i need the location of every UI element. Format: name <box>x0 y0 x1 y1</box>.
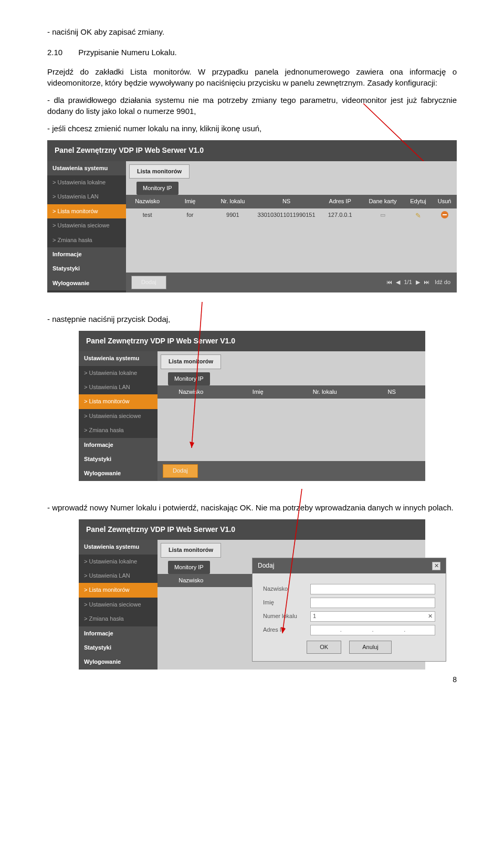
sidebar-item-statystyki[interactable]: Statystyki <box>47 262 126 276</box>
ok-button[interactable]: OK <box>307 641 341 654</box>
doc-middle: - następnie naciśnij przycisk Dodaj, <box>47 313 457 325</box>
pager-last-icon[interactable]: ⏭ <box>424 279 429 285</box>
sidebar-head-ustawienia[interactable]: Ustawienia systemu <box>47 161 126 175</box>
sidebar2-stat[interactable]: Statystyki <box>79 452 158 466</box>
th2-nrlokalu: Nr. lokalu <box>291 385 359 399</box>
anuluj-button[interactable]: Anuluj <box>349 641 392 654</box>
cell-edytuj[interactable]: ✎ <box>404 208 433 223</box>
sb3-head[interactable]: Ustawienia systemu <box>79 540 158 554</box>
th3-nazwisko: Nazwisko <box>158 574 225 587</box>
pencil-icon: ✎ <box>415 212 421 219</box>
svg-line-4 <box>282 489 302 633</box>
sidebar2-lokalne[interactable]: > Ustawienia lokalne <box>79 366 158 380</box>
sidebar: Ustawienia systemu > Ustawienia lokalne … <box>47 161 126 292</box>
chip-monitory-ip[interactable]: Monitory IP <box>136 182 178 195</box>
pager-goto[interactable]: Idź do <box>435 279 450 285</box>
bottom-bar: Dodaj ⏮ ◀ 1/1 ▶ ⏭ Idź do <box>126 273 457 292</box>
sb3-lista[interactable]: > Lista monitorów <box>79 583 158 597</box>
th-edytuj: Edytuj <box>404 195 433 208</box>
input-nazwisko[interactable] <box>310 584 435 594</box>
panel-title-2: Panel Zewnętrzny VDP IP Web Serwer V1.0 <box>79 331 425 352</box>
cell-adresip: 127.0.0.1 <box>319 208 361 223</box>
sidebar-item-lista-monitorow[interactable]: > Lista monitorów <box>47 204 126 218</box>
svg-line-2 <box>192 302 202 448</box>
sb3-sieciowe[interactable]: > Ustawienia sieciowe <box>79 598 158 612</box>
sb3-wylog[interactable]: Wylogowanie <box>79 655 158 669</box>
sidebar-item-informacje[interactable]: Informacje <box>47 247 126 262</box>
input-adres-ip[interactable]: ... <box>310 625 435 635</box>
dodaj-button[interactable]: Dodaj <box>131 276 166 289</box>
input-imie[interactable] <box>310 598 435 608</box>
table-row: test for 9901 330103011011990151 127.0.0… <box>126 208 457 223</box>
th-nazwisko: Nazwisko <box>126 195 169 208</box>
sidebar-3: Ustawienia systemu > Ustawienia lokalne … <box>79 540 158 670</box>
cell-usun[interactable] <box>432 208 457 223</box>
th2-ns: NS <box>359 385 426 399</box>
modal-title: Dodaj <box>258 561 274 570</box>
sidebar2-haslo[interactable]: > Zmiana hasła <box>79 423 158 437</box>
panel-title-3: Panel Zewnętrzny VDP IP Web Serwer V1.0 <box>79 519 425 540</box>
cell-nazwisko: test <box>126 208 169 223</box>
th-adresip: Adres IP <box>319 195 361 208</box>
sidebar2-lista[interactable]: > Lista monitorów <box>79 394 158 409</box>
sidebar-item-lan[interactable]: > Ustawienia LAN <box>47 190 126 204</box>
cell-imie: for <box>169 208 211 223</box>
input-numer-lokalu[interactable]: 1✕ <box>310 611 435 622</box>
th-imie: Imię <box>169 195 211 208</box>
pager-prev-icon[interactable]: ◀ <box>396 279 400 285</box>
section-number: 2.10 <box>47 47 76 58</box>
modal-close-icon[interactable]: ✕ <box>432 562 440 570</box>
th-danekarty: Dane karty <box>361 195 404 208</box>
table-header: Nazwisko Imię Nr. lokalu NS Adres IP Dan… <box>126 195 457 208</box>
pager-first-icon[interactable]: ⏮ <box>386 279 392 285</box>
chip3[interactable]: Monitory IP <box>168 561 210 574</box>
doc-para2: - wprowadź nowy Numer lokalu i potwierdź… <box>47 502 457 513</box>
sidebar-item-lokalne[interactable]: > Ustawienia lokalne <box>47 175 126 190</box>
screenshot-1: Panel Zewnętrzny VDP IP Web Serwer V1.0 … <box>47 140 457 292</box>
svg-marker-3 <box>190 442 194 448</box>
th-nrlokalu: Nr. lokalu <box>212 195 254 208</box>
section-title: Przypisanie Numeru Lokalu. <box>78 48 177 57</box>
sb3-haslo[interactable]: > Zmiana hasła <box>79 612 158 626</box>
pager-next-icon[interactable]: ▶ <box>416 279 420 285</box>
page-number: 8 <box>47 675 457 685</box>
delete-icon <box>441 211 448 218</box>
cell-nrlokalu: 9901 <box>212 208 254 223</box>
sb3-stat[interactable]: Statystyki <box>79 641 158 655</box>
screenshot-2: Panel Zewnętrzny VDP IP Web Serwer V1.0 … <box>79 331 425 481</box>
sidebar2-head[interactable]: Ustawienia systemu <box>79 351 158 365</box>
th2-imie: Imię <box>225 385 292 399</box>
th-ns: NS <box>254 195 319 208</box>
pager: ⏮ ◀ 1/1 ▶ ⏭ Idź do <box>385 278 452 286</box>
pager-pos: 1/1 <box>404 279 412 285</box>
sb3-lan[interactable]: > Ustawienia LAN <box>79 569 158 583</box>
sb3-lokalne[interactable]: > Ustawienia lokalne <box>79 555 158 569</box>
doc-para1: Przejdź do zakładki Lista monitorów. W p… <box>47 66 457 88</box>
sidebar2-lan[interactable]: > Ustawienia LAN <box>79 380 158 394</box>
sidebar-item-wylogowanie[interactable]: Wylogowanie <box>47 276 126 290</box>
sidebar2-wylog[interactable]: Wylogowanie <box>79 466 158 480</box>
cell-ns: 330103011011990151 <box>254 208 319 223</box>
bottom-bar-2: Dodaj <box>158 461 425 480</box>
sidebar2-sieciowe[interactable]: > Ustawienia sieciowe <box>79 409 158 423</box>
dodaj-button-2[interactable]: Dodaj <box>163 464 198 477</box>
svg-marker-5 <box>281 627 286 633</box>
doc-line1: - naciśnij OK aby zapisać zmiany. <box>47 26 457 37</box>
th-usun: Usuń <box>432 195 457 208</box>
sidebar-2: Ustawienia systemu > Ustawienia lokalne … <box>79 351 158 481</box>
card-icon: ▭ <box>380 212 385 218</box>
tab-lista-monitorow[interactable]: Lista monitorów <box>129 164 190 179</box>
sb3-info[interactable]: Informacje <box>79 626 158 641</box>
tab-row: Lista monitorów Monitory IP <box>126 161 457 195</box>
sidebar2-info[interactable]: Informacje <box>79 438 158 452</box>
sidebar-item-sieciowe[interactable]: > Ustawienia sieciowe <box>47 218 126 233</box>
screenshot-3: Panel Zewnętrzny VDP IP Web Serwer V1.0 … <box>79 519 425 670</box>
tab3-lista[interactable]: Lista monitorów <box>161 543 221 557</box>
clear-icon[interactable]: ✕ <box>428 612 433 620</box>
sidebar-item-zmiana-hasla[interactable]: > Zmiana hasła <box>47 233 126 247</box>
cell-danekarty[interactable]: ▭ <box>361 208 404 223</box>
